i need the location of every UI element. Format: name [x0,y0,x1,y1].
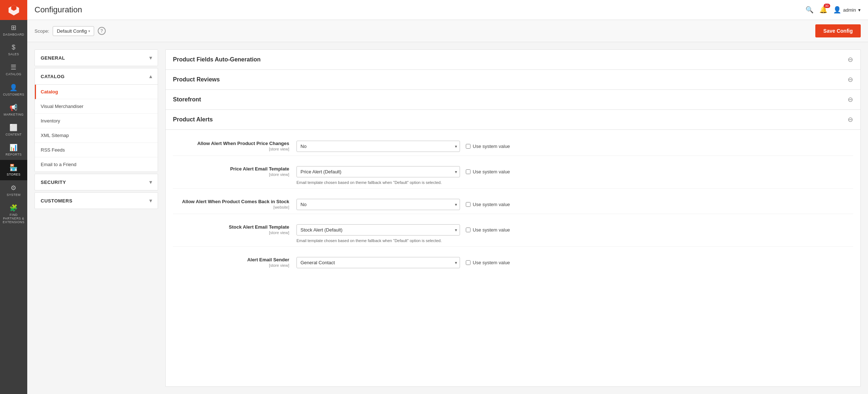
sidebar-item-sales[interactable]: $ SALES [0,40,27,60]
product-alerts-body: Allow Alert When Product Price Changes [… [166,130,860,279]
back-in-stock-system-value-checkbox[interactable] [466,202,471,207]
search-icon[interactable]: 🔍 [806,6,814,14]
back-in-stock-system-value-label[interactable]: Use system value [466,202,510,207]
back-in-stock-select-wrapper: No Yes ▾ [296,199,460,210]
product-fields-section-header[interactable]: Product Fields Auto-Generation ⊖ [166,50,860,70]
sidebar-item-label: FIND PARTNERS & EXTENSIONS [2,213,25,224]
page-title: Configuration [35,5,806,15]
panel-item-catalog[interactable]: Catalog [35,85,158,99]
sidebar-item-label: SYSTEM [7,193,21,197]
price-changes-system-value-checkbox[interactable] [466,144,471,149]
security-section-header[interactable]: SECURITY ▾ [35,174,158,190]
extensions-icon: 🧩 [9,204,18,212]
topbar: Configuration 🔍 🔔 30 👤 admin ▾ [27,0,868,20]
stock-alert-template-system-value-checkbox[interactable] [466,228,471,232]
panel-item-inventory[interactable]: Inventory [35,114,158,128]
left-panel: GENERAL ▾ CATALOG ▴ Catalog Visual Merch… [35,49,158,387]
alert-email-sender-system-value-text: Use system value [473,260,510,265]
stock-alert-template-select[interactable]: Stock Alert (Default) [296,224,460,236]
sidebar-item-label: DASHBOARD [3,33,24,36]
sidebar-item-extensions[interactable]: 🧩 FIND PARTNERS & EXTENSIONS [0,200,27,228]
sidebar-item-dashboard[interactable]: ⊞ DASHBOARD [0,20,27,40]
catalog-item-label: Catalog [41,89,58,95]
general-section-header[interactable]: GENERAL ▾ [35,50,158,66]
sales-icon: $ [12,44,16,51]
sidebar-item-label: REPORTS [5,153,21,156]
notification-badge: 30 [824,4,830,8]
panel-item-xml-sitemap[interactable]: XML Sitemap [35,128,158,143]
email-to-friend-label: Email to a Friend [41,162,76,167]
price-alert-template-select[interactable]: Price Alert (Default) [296,166,460,177]
price-alert-template-system-value-checkbox[interactable] [466,169,471,174]
admin-user-icon: 👤 [833,6,841,14]
price-changes-select[interactable]: No Yes [296,141,460,152]
catalog-section-header[interactable]: CATALOG ▴ [35,68,158,84]
sidebar-item-content[interactable]: ⬜ CONTENT [0,120,27,140]
form-row-stock-alert-template: Stock Alert Email Template [store view] … [173,221,853,247]
price-alert-template-system-value-label[interactable]: Use system value [466,169,510,174]
sidebar-item-reports[interactable]: 📊 REPORTS [0,140,27,160]
general-section-label: GENERAL [41,55,65,61]
stock-alert-template-row: Stock Alert (Default) ▾ Use system value [296,224,853,236]
price-changes-label-col: Allow Alert When Product Price Changes [… [173,141,296,151]
sidebar-item-stores[interactable]: 🏪 STORES [0,160,27,180]
alert-email-sender-sublabel: [store view] [173,263,289,268]
price-alert-template-control-col: Price Alert (Default) ▾ Use system value… [296,166,853,185]
sidebar-item-label: STORES [7,173,21,176]
price-alert-template-select-wrapper: Price Alert (Default) ▾ [296,166,460,177]
general-chevron-icon: ▾ [149,55,152,61]
product-reviews-toggle-icon: ⊖ [848,76,853,84]
help-icon[interactable]: ? [98,27,106,35]
back-in-stock-select[interactable]: No Yes [296,199,460,210]
stock-alert-template-label: Stock Alert Email Template [173,224,289,230]
price-alert-template-row: Price Alert (Default) ▾ Use system value [296,166,853,177]
sidebar-item-customers[interactable]: 👤 CUSTOMERS [0,80,27,100]
reports-icon: 📊 [9,144,18,152]
alert-email-sender-select-wrapper: General Contact ▾ [296,257,460,268]
customers-section-header[interactable]: CUSTOMERS ▾ [35,193,158,209]
back-in-stock-label: Allow Alert When Product Comes Back in S… [173,199,289,204]
back-in-stock-control-col: No Yes ▾ Use system value [296,199,853,210]
panel-item-rss-feeds[interactable]: RSS Feeds [35,143,158,157]
stock-alert-template-stack: Stock Alert (Default) ▾ Use system value… [296,224,853,243]
sidebar-logo[interactable] [0,0,27,20]
product-alerts-toggle-icon: ⊖ [848,116,853,124]
alert-email-sender-select[interactable]: General Contact [296,257,460,268]
catalog-section-label: CATALOG [41,74,65,79]
sidebar-item-label: MARKETING [4,113,24,116]
topbar-actions: 🔍 🔔 30 👤 admin ▾ [806,6,861,14]
scope-value: Default Config [57,28,86,34]
right-panel: Product Fields Auto-Generation ⊖ Product… [165,49,861,387]
sidebar-item-catalog[interactable]: ☰ CATALOG [0,60,27,80]
panel-item-email-to-friend[interactable]: Email to a Friend [35,157,158,172]
notification-bell[interactable]: 🔔 30 [819,6,827,14]
panel-item-visual-merchandiser[interactable]: Visual Merchandiser [35,99,158,114]
price-alert-template-sublabel: [store view] [173,172,289,177]
marketing-icon: 📢 [9,104,18,112]
back-in-stock-system-value-text: Use system value [473,202,510,207]
sidebar-item-system[interactable]: ⚙ SYSTEM [0,180,27,200]
alert-email-sender-label-col: Alert Email Sender [store view] [173,257,296,268]
form-row-back-in-stock: Allow Alert When Product Comes Back in S… [173,195,853,214]
stock-alert-template-label-col: Stock Alert Email Template [store view] [173,224,296,235]
storefront-title: Storefront [173,96,201,103]
storefront-section-header[interactable]: Storefront ⊖ [166,90,860,110]
scope-select[interactable]: Default Config ▾ [53,26,94,36]
stock-alert-template-select-wrapper: Stock Alert (Default) ▾ [296,224,460,236]
alert-email-sender-system-value-checkbox[interactable] [466,260,471,265]
product-alerts-section-header[interactable]: Product Alerts ⊖ [166,110,860,130]
admin-menu[interactable]: 👤 admin ▾ [833,6,861,14]
xml-sitemap-label: XML Sitemap [41,133,69,138]
price-changes-system-value-label[interactable]: Use system value [466,144,510,149]
price-alert-template-label-col: Price Alert Email Template [store view] [173,166,296,177]
product-reviews-section-header[interactable]: Product Reviews ⊖ [166,70,860,90]
save-config-button[interactable]: Save Config [815,24,861,37]
price-changes-label: Allow Alert When Product Price Changes [173,141,289,146]
inventory-label: Inventory [41,118,60,124]
alert-email-sender-system-value-label[interactable]: Use system value [466,260,510,265]
security-chevron-icon: ▾ [149,179,152,185]
stock-alert-template-system-value-label[interactable]: Use system value [466,227,510,233]
price-changes-system-value-text: Use system value [473,144,510,149]
catalog-icon: ☰ [11,63,17,71]
sidebar-item-marketing[interactable]: 📢 MARKETING [0,100,27,120]
